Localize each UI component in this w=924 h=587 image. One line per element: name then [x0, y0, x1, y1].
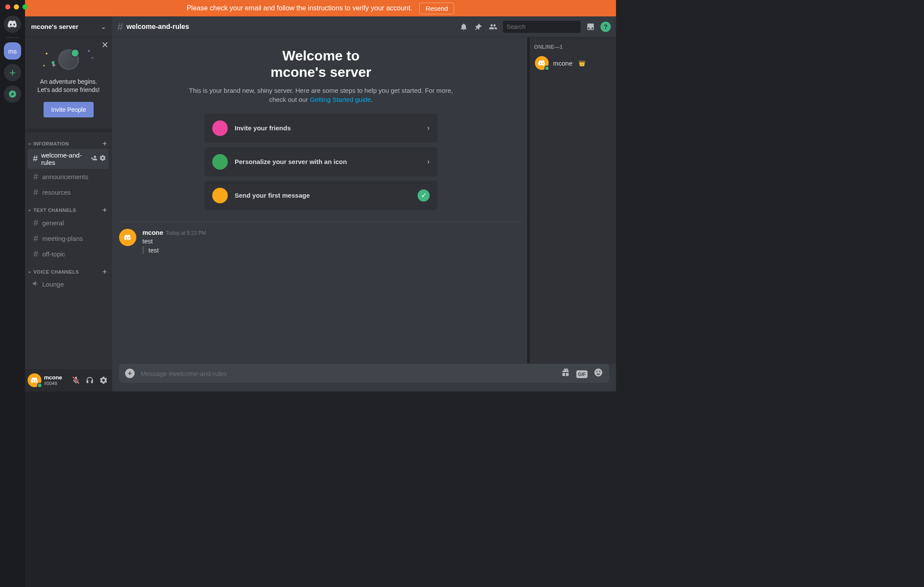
text-channel-meeting-plans[interactable]: #meeting-plans [28, 231, 109, 246]
text-channel-announcements[interactable]: #announcements [28, 169, 109, 184]
category-label[interactable]: INFORMATION [28, 141, 69, 146]
composer-row: + GIF [112, 364, 616, 391]
status-online-icon [37, 383, 42, 388]
message-text: test [142, 237, 523, 245]
server-icon-mcone[interactable]: ms [4, 42, 21, 60]
search-box[interactable] [503, 21, 581, 33]
self-username: mcone [44, 375, 62, 381]
text-channel-off-topic[interactable]: #off-topic [28, 246, 109, 262]
self-tag: #0048 [44, 381, 62, 386]
chevron-right-icon: › [427, 157, 430, 166]
text-channel-welcome-and-rules[interactable]: #welcome-and-rules [28, 149, 109, 169]
welcome-card[interactable]: Send your first message✓ [204, 181, 437, 210]
status-online-icon [544, 66, 550, 71]
create-channel-button[interactable]: + [102, 206, 107, 214]
welcome-card[interactable]: Invite your friends› [204, 114, 437, 143]
add-server-button[interactable]: + [4, 64, 21, 81]
headphones-icon [85, 376, 94, 385]
welcome-title: Welcome to mcone's server [187, 47, 455, 81]
card-icon [212, 120, 228, 136]
emoji-button[interactable] [594, 368, 603, 379]
gift-button[interactable] [561, 368, 570, 379]
server-name: mcone's server [31, 23, 78, 30]
channel-list[interactable]: INFORMATION+#welcome-and-rules#announcem… [25, 132, 112, 369]
message-avatar[interactable] [119, 229, 136, 246]
online-header: ONLINE—1 [534, 44, 612, 50]
category-header[interactable]: VOICE CHANNELS+ [26, 262, 110, 277]
welcome-block: Welcome to mcone's server This is your b… [187, 47, 455, 104]
deafen-button[interactable] [84, 374, 96, 386]
text-channel-resources[interactable]: #resources [28, 185, 109, 200]
welcome-subtitle: This is your brand new, shiny server. He… [187, 86, 455, 104]
channel-name: general [42, 219, 64, 227]
explore-servers-button[interactable] [4, 85, 21, 103]
text-channel-general[interactable]: #general [28, 215, 109, 230]
hash-icon: # [32, 172, 40, 182]
category-header[interactable]: TEXT CHANNELS+ [26, 200, 110, 215]
hash-icon: # [32, 187, 40, 197]
maximize-window-dot[interactable] [22, 4, 28, 9]
onboarding-panel: ✕ + An adventure begins. Let's add some … [25, 37, 112, 132]
notifications-button[interactable] [456, 22, 471, 31]
category-header[interactable]: INFORMATION+ [26, 134, 110, 148]
channel-title: welcome-and-rules [126, 23, 189, 31]
server-owner-icon: 👑 [578, 60, 585, 66]
hash-icon: # [32, 249, 40, 259]
inbox-button[interactable] [583, 22, 598, 31]
messages-scroll[interactable]: Welcome to mcone's server This is your b… [112, 37, 530, 364]
server-header[interactable]: mcone's server ⌄ [25, 16, 112, 37]
gear-icon [99, 376, 108, 385]
pinned-messages-button[interactable] [471, 22, 486, 31]
welcome-card[interactable]: Personalize your server with an icon› [204, 147, 437, 177]
rail-separator [6, 37, 19, 38]
message[interactable]: mconeToday at 9:23 PMtesttest [119, 227, 523, 260]
channel-settings-icon[interactable] [99, 155, 106, 163]
search-input[interactable] [506, 23, 582, 30]
channel-topbar: # welcome-and-rules ? [112, 16, 616, 37]
discord-logo-icon [538, 59, 546, 67]
create-channel-button[interactable]: + [102, 268, 107, 276]
self-avatar[interactable] [28, 373, 41, 387]
message-author[interactable]: mcone [142, 229, 163, 236]
close-window-dot[interactable] [5, 4, 10, 9]
getting-started-link[interactable]: Getting Started guide [310, 96, 371, 103]
resend-button[interactable]: Resend [419, 3, 455, 14]
main-column: # welcome-and-rules ? Welcome to mcone's… [112, 16, 616, 391]
gif-button[interactable]: GIF [576, 369, 588, 378]
attach-button[interactable]: + [125, 369, 135, 378]
channel-name: resources [42, 189, 71, 196]
create-channel-button[interactable]: + [102, 140, 107, 148]
category-label[interactable]: TEXT CHANNELS [28, 207, 76, 213]
message-composer[interactable]: + GIF [119, 364, 609, 383]
mic-muted-icon [72, 376, 80, 385]
self-identity[interactable]: mcone #0048 [44, 375, 62, 386]
scrollbar[interactable] [527, 38, 530, 363]
card-label: Send your first message [235, 192, 411, 199]
channel-name: Lounge [42, 281, 64, 288]
home-button[interactable] [4, 16, 21, 33]
help-button[interactable]: ? [600, 22, 611, 32]
message-input[interactable] [141, 370, 555, 377]
member-row[interactable]: mcone👑 [534, 54, 612, 72]
user-panel: mcone #0048 [25, 369, 112, 391]
message-divider [119, 221, 523, 222]
window-traffic-lights [5, 4, 28, 9]
check-icon: ✓ [418, 189, 430, 202]
member-list-toggle[interactable] [486, 22, 500, 31]
message-timestamp: Today at 9:23 PM [166, 230, 206, 236]
gift-icon [561, 368, 570, 377]
card-icon [212, 154, 228, 170]
mute-mic-button[interactable] [70, 374, 82, 386]
hash-icon: # [32, 154, 38, 164]
category-label[interactable]: VOICE CHANNELS [28, 269, 79, 275]
chevron-right-icon: › [427, 123, 430, 133]
card-icon [212, 188, 228, 203]
member-name: mcone [553, 60, 572, 67]
invite-icon[interactable] [91, 155, 97, 163]
user-settings-button[interactable] [97, 374, 110, 386]
voice-channel-Lounge[interactable]: Lounge [28, 277, 109, 291]
minimize-window-dot[interactable] [14, 4, 19, 9]
invite-people-button[interactable]: Invite People [44, 102, 94, 117]
discord-logo-icon [31, 376, 38, 384]
channel-name: off-topic [42, 250, 65, 258]
